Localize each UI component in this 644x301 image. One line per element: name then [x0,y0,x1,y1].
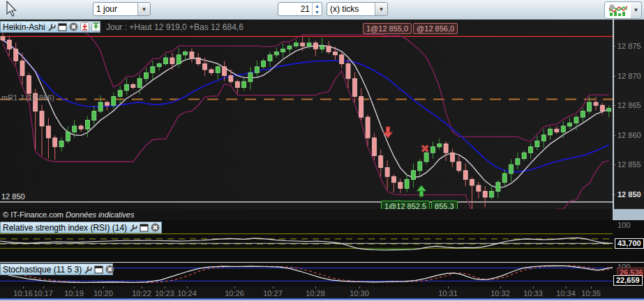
time-tick [591,286,592,288]
trading-platform-window: 1 jour ▼ 21 ▲ ▼ (x) ticks ▼ [0,0,644,301]
time-axis-label: 10:23 [155,289,174,298]
tick-count-stepper[interactable]: 21 ▲ ▼ [278,2,322,16]
price-tick [612,164,615,165]
sell-order-icon[interactable] [80,22,89,31]
stochastic-panel: Stochastique (11 5 3) 100 26,536 22,659 [0,263,644,286]
time-tick [533,286,534,288]
rsi-title: Relative strength index (RSI) (14) [3,223,127,233]
price-tick [612,194,615,195]
support-level-label: 12 850 [1,192,25,201]
window-icon[interactable] [58,22,67,31]
tick-unit-select[interactable]: (x) ticks ▼ [327,2,388,16]
stochastic-title: Stochastique (11 5 3) [3,265,82,275]
window-icon[interactable] [140,223,149,232]
horizontal-scrollbar[interactable] [0,298,644,301]
main-chart-svg: ✖✖ [0,20,613,209]
sell-position-badge: 1@12 855,0 @12 856,0 [363,23,458,34]
price-axis-label: 12 865 [617,101,641,109]
time-axis-label: 10:27 [263,289,283,298]
sell-price-badge: @12 856,0 [413,23,458,34]
time-tick [273,286,274,288]
chevron-down-icon[interactable]: ▼ [375,3,387,15]
main-chart-panel: ✖✖ Heikin-Ashi Jour : +Haut 12 919,0 +Ba… [0,20,644,209]
period-select-value: 1 jour [93,4,137,14]
time-tick [23,286,24,288]
chart-style-button[interactable] [604,1,632,19]
mouse-cursor-icon [6,1,20,17]
copyright-text: © IT-Finance.com Données indicatives [3,210,134,219]
candles [1,31,611,209]
stepper-up-icon[interactable]: ▲ [313,3,322,9]
time-axis-label: 10:16 [13,289,33,298]
main-chart-title-bar: Heikin-Ashi [0,21,100,33]
stepper-down-icon[interactable]: ▼ [313,9,322,15]
time-axis-label: 10:26 [225,289,244,298]
time-tick [566,286,567,288]
rsi-max-label: 100 [617,221,630,229]
time-tick [103,286,104,288]
close-icon[interactable] [105,265,114,274]
wrench-icon[interactable] [129,223,137,232]
time-axis-label: 10:30 [350,289,369,298]
rsi-title-bar: Relative strength index (RSI) (14) [0,222,162,233]
price-tick [612,105,615,106]
time-axis-label: 10:24 [177,289,197,298]
time-tick [315,286,316,288]
tick-unit-value: (x) ticks [327,4,375,14]
time-axis: 10:1610:1710:1910:2010:2210:2310:2410:26… [0,286,644,298]
rsi-panel: Relative strength index (RSI) (14) 100 4… [0,220,644,263]
chevron-down-icon[interactable]: ▼ [137,3,150,15]
chart-style-dropdown-arrow[interactable]: ▼ [631,1,642,19]
time-tick [359,286,360,288]
time-tick [234,286,235,288]
time-tick [43,286,44,288]
time-tick [142,286,142,288]
sell-qty-badge: 1@12 855,0 [363,23,412,34]
window-icon[interactable] [94,265,103,274]
price-tick [612,76,615,77]
time-axis-label: 10:31 [438,289,458,298]
main-chart-title: Heikin-Ashi [3,22,45,32]
price-axis-label: 12 870 [617,72,641,80]
stochastic-title-bar: Stochastique (11 5 3) [0,263,113,275]
pivot-level-label: mR1 J (12 866) [1,93,54,102]
time-axis-label: 10:33 [523,289,543,298]
tick-count-value: 21 [278,4,312,14]
rsi-value-box: 43,700 [615,238,644,249]
close-icon[interactable] [69,22,78,31]
time-tick [165,286,165,288]
copyright-bar: © IT-Finance.com Données indicatives [0,209,613,221]
time-axis-label: 10:17 [33,289,53,298]
time-tick [500,286,501,288]
time-axis-label: 10:22 [132,289,151,298]
time-axis-label: 10:35 [581,289,601,298]
time-tick [187,286,188,288]
time-axis-label: 10:32 [491,289,510,298]
wrench-icon[interactable] [84,265,92,274]
price-tick [612,46,615,47]
time-axis-label: 10:28 [306,289,325,298]
top-toolbar: 1 jour ▼ 21 ▲ ▼ (x) ticks ▼ [0,0,644,20]
price-axis-label: 12 855 [617,160,641,169]
daily-range-text: Jour : +Haut 12 919,0 +Bas 12 684,6 [106,22,244,32]
time-axis-label: 10:20 [93,289,113,298]
stoch-k-value-box: 22,659 [613,275,643,286]
chart-style-icon [608,4,629,17]
price-axis-label: 12 875 [617,42,641,50]
buy-order-icon[interactable] [91,22,100,31]
copyright-label: © IT-Finance.com [3,210,63,219]
price-axis-label: 12 850 [617,190,641,199]
price-tick [612,135,615,136]
time-axis-label: 10:19 [64,289,84,298]
disclaimer-label: Données indicatives [66,210,134,219]
price-axis-label: 12 860 [617,131,641,139]
period-select[interactable]: 1 jour ▼ [93,2,151,16]
wrench-icon[interactable] [47,22,56,31]
time-tick [74,286,75,288]
axis-separator [613,20,614,209]
time-axis-label: 10:34 [556,289,576,298]
close-icon[interactable] [151,223,160,232]
sell-x-marker: ✖ [420,142,429,155]
time-tick [448,286,449,288]
